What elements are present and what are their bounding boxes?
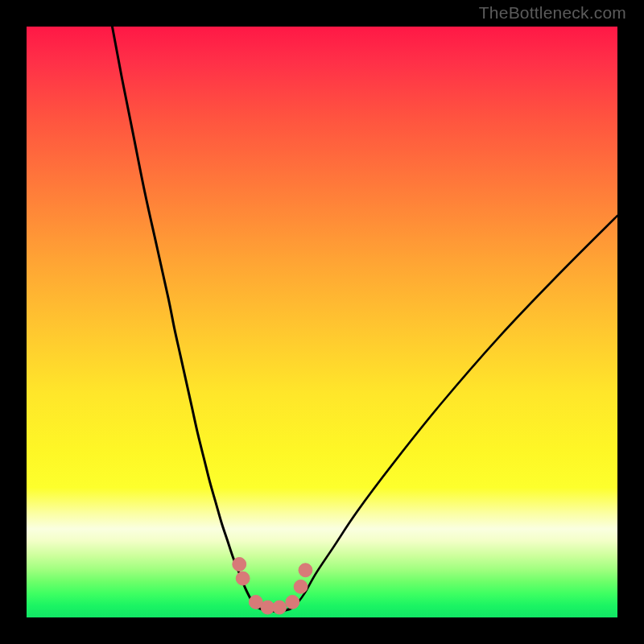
valley-marker [233, 557, 246, 571]
curve-left [112, 27, 254, 605]
valley-marker [294, 580, 308, 593]
attribution-label: TheBottleneck.com [479, 3, 626, 23]
valley-marker [286, 595, 299, 609]
curve-right [295, 216, 617, 605]
valley-marker [299, 564, 312, 577]
chart-plot-area [27, 27, 617, 617]
chart-svg [27, 27, 617, 617]
outer-frame: TheBottleneck.com [0, 0, 644, 644]
valley-marker [273, 601, 287, 614]
valley-marker [236, 572, 250, 585]
